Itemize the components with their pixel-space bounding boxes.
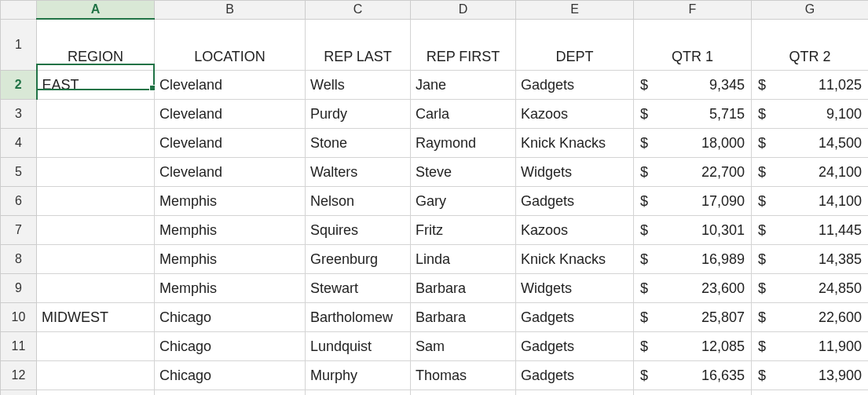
row-header-8[interactable]: 8 [1, 245, 37, 274]
cell-F6[interactable]: $17,090 [634, 187, 752, 216]
cell-B5[interactable]: Cleveland [155, 158, 306, 187]
cell-B7[interactable]: Memphis [155, 216, 306, 245]
cell-A11[interactable] [37, 332, 155, 361]
cell-G10[interactable]: $22,600 [752, 303, 869, 332]
cell-A1[interactable]: REGION [37, 19, 155, 71]
cell-B11[interactable]: Chicago [155, 332, 306, 361]
cell-F11[interactable]: $12,085 [634, 332, 752, 361]
cell-G13[interactable]: $20,300 [752, 390, 869, 396]
cell-G9[interactable]: $24,850 [752, 274, 869, 303]
cell-D12[interactable]: Thomas [411, 361, 516, 390]
cell-D11[interactable]: Sam [411, 332, 516, 361]
cell-D13[interactable]: Paul [411, 390, 516, 396]
cell-D1[interactable]: REP FIRST [411, 19, 516, 71]
cell-E2[interactable]: Gadgets [516, 71, 634, 100]
cell-F9[interactable]: $23,600 [634, 274, 752, 303]
cell-E13[interactable]: Kazoos [516, 390, 634, 396]
cell-B13[interactable]: Chicago [155, 390, 306, 396]
cell-G4[interactable]: $14,500 [752, 129, 869, 158]
row-header-7[interactable]: 7 [1, 216, 37, 245]
cell-E8[interactable]: Knick Knacks [516, 245, 634, 274]
col-header-F[interactable]: F [634, 1, 752, 20]
cell-C2[interactable]: Wells [306, 71, 411, 100]
cell-A4[interactable] [37, 129, 155, 158]
cell-A8[interactable] [37, 245, 155, 274]
row-header-3[interactable]: 3 [1, 100, 37, 129]
cell-F3[interactable]: $5,715 [634, 100, 752, 129]
row-header-10[interactable]: 10 [1, 303, 37, 332]
cell-G3[interactable]: $9,100 [752, 100, 869, 129]
cell-D7[interactable]: Fritz [411, 216, 516, 245]
cell-E10[interactable]: Gadgets [516, 303, 634, 332]
cell-G2[interactable]: $11,025 [752, 71, 869, 100]
cell-C12[interactable]: Murphy [306, 361, 411, 390]
cell-E9[interactable]: Widgets [516, 274, 634, 303]
cell-E3[interactable]: Kazoos [516, 100, 634, 129]
cell-A2[interactable]: EAST [37, 71, 155, 100]
cell-A12[interactable] [37, 361, 155, 390]
col-header-E[interactable]: E [516, 1, 634, 20]
cell-C1[interactable]: REP LAST [306, 19, 411, 71]
cell-E11[interactable]: Gadgets [516, 332, 634, 361]
row-header-2[interactable]: 2 [1, 71, 37, 100]
cell-F1[interactable]: QTR 1 [634, 19, 752, 71]
cell-G12[interactable]: $13,900 [752, 361, 869, 390]
row-header-5[interactable]: 5 [1, 158, 37, 187]
cell-F4[interactable]: $18,000 [634, 129, 752, 158]
cell-C8[interactable]: Greenburg [306, 245, 411, 274]
cell-C6[interactable]: Nelson [306, 187, 411, 216]
cell-E4[interactable]: Knick Knacks [516, 129, 634, 158]
row-header-4[interactable]: 4 [1, 129, 37, 158]
cell-B3[interactable]: Cleveland [155, 100, 306, 129]
cell-G1[interactable]: QTR 2 [752, 19, 869, 71]
row-header-9[interactable]: 9 [1, 274, 37, 303]
cell-E7[interactable]: Kazoos [516, 216, 634, 245]
row-header-12[interactable]: 12 [1, 361, 37, 390]
col-header-A[interactable]: A [37, 1, 155, 20]
cell-F7[interactable]: $10,301 [634, 216, 752, 245]
cell-F5[interactable]: $22,700 [634, 158, 752, 187]
cell-E12[interactable]: Gadgets [516, 361, 634, 390]
cell-E1[interactable]: DEPT [516, 19, 634, 71]
cell-G8[interactable]: $14,385 [752, 245, 869, 274]
cell-D8[interactable]: Linda [411, 245, 516, 274]
select-all-corner[interactable] [1, 1, 37, 20]
cell-B8[interactable]: Memphis [155, 245, 306, 274]
cell-A9[interactable] [37, 274, 155, 303]
cell-C11[interactable]: Lundquist [306, 332, 411, 361]
cell-D9[interactable]: Barbara [411, 274, 516, 303]
cell-B2[interactable]: Cleveland [155, 71, 306, 100]
cell-D10[interactable]: Barbara [411, 303, 516, 332]
cell-B1[interactable]: LOCATION [155, 19, 306, 71]
cell-A13[interactable] [37, 390, 155, 396]
cell-A6[interactable] [37, 187, 155, 216]
cell-C5[interactable]: Walters [306, 158, 411, 187]
col-header-G[interactable]: G [752, 1, 869, 20]
cell-C10[interactable]: Bartholomew [306, 303, 411, 332]
cell-B9[interactable]: Memphis [155, 274, 306, 303]
cell-C9[interactable]: Stewart [306, 274, 411, 303]
cell-C3[interactable]: Purdy [306, 100, 411, 129]
cell-D5[interactable]: Steve [411, 158, 516, 187]
cell-D4[interactable]: Raymond [411, 129, 516, 158]
col-header-D[interactable]: D [411, 1, 516, 20]
cell-C4[interactable]: Stone [306, 129, 411, 158]
cell-G7[interactable]: $11,445 [752, 216, 869, 245]
row-header-6[interactable]: 6 [1, 187, 37, 216]
cell-D6[interactable]: Gary [411, 187, 516, 216]
cell-E6[interactable]: Gadgets [516, 187, 634, 216]
cell-B4[interactable]: Cleveland [155, 129, 306, 158]
cell-G11[interactable]: $11,900 [752, 332, 869, 361]
cell-D3[interactable]: Carla [411, 100, 516, 129]
cell-B12[interactable]: Chicago [155, 361, 306, 390]
cell-A10[interactable]: MIDWEST [37, 303, 155, 332]
row-header-11[interactable]: 11 [1, 332, 37, 361]
row-header-1[interactable]: 1 [1, 19, 37, 71]
cell-F12[interactable]: $16,635 [634, 361, 752, 390]
cell-B10[interactable]: Chicago [155, 303, 306, 332]
col-header-B[interactable]: B [155, 1, 306, 20]
cell-G6[interactable]: $14,100 [752, 187, 869, 216]
cell-F8[interactable]: $16,989 [634, 245, 752, 274]
cell-F13[interactable]: $18,455 [634, 390, 752, 396]
cell-C7[interactable]: Squires [306, 216, 411, 245]
